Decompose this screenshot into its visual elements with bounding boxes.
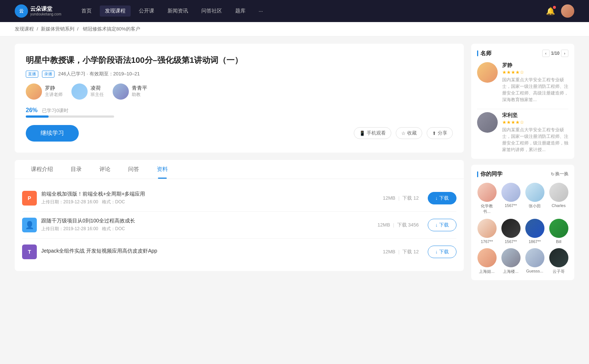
download-icon-2: ↓ xyxy=(435,249,438,254)
classmates-grid: 化学教书... 1567** 张小田 xyxy=(477,183,568,274)
te-avatar-0 xyxy=(477,62,498,83)
teacher-info-0: 罗静 主讲老师 xyxy=(45,85,63,98)
download-button-0[interactable]: ↓ 下载 xyxy=(428,192,457,204)
nav-item-home[interactable]: 首页 xyxy=(76,6,97,17)
star-icon: ☆ xyxy=(401,131,406,136)
cm-avatar-0[interactable] xyxy=(477,183,497,202)
teachers-panel: 名师 ‹ 1/10 › 罗静 ★★★★☆ 国内某重点大学安全工程专业硕士，国家一… xyxy=(471,44,574,159)
progress-sub: 已学习0课时 xyxy=(42,108,68,113)
cm-avatar-10[interactable] xyxy=(525,248,544,267)
refresh-button[interactable]: ↻ 换一换 xyxy=(551,171,568,177)
pagination-prev[interactable]: ‹ xyxy=(542,50,550,57)
file-size-0: 12MB xyxy=(383,195,395,201)
nav-item-discover[interactable]: 发现课程 xyxy=(100,6,131,17)
file-icon-1: 👤 xyxy=(22,218,37,232)
download-label-0: 下载 xyxy=(439,195,449,201)
tab-review[interactable]: 评论 xyxy=(91,160,119,179)
cm-name-7: Bill xyxy=(556,239,561,244)
nav-item-qa[interactable]: 问答社区 xyxy=(196,6,227,17)
phone-watch-button[interactable]: 📱 手机观看 xyxy=(354,127,391,139)
tab-intro[interactable]: 课程介绍 xyxy=(22,160,62,179)
cm-avatar-4[interactable] xyxy=(477,219,497,238)
tab-catalog[interactable]: 目录 xyxy=(62,160,91,179)
cm-avatar-5[interactable] xyxy=(501,219,521,238)
file-icon-2: T xyxy=(22,245,37,259)
teacher-role-0: 主讲老师 xyxy=(45,92,63,98)
nav-items: 首页 发现课程 公开课 新闻资讯 问答社区 题库 ··· xyxy=(76,6,546,17)
file-downloads-1: 下载 3456 xyxy=(397,222,419,228)
main-layout: 明星中教授课，小学阶段语法100分–强化级第1讲动词（一） 直播 录播 246人… xyxy=(0,36,589,293)
cm-name-0: 化学教书... xyxy=(477,203,497,214)
progress-section: 26% 已学习0课时 xyxy=(26,107,453,118)
breadcrumb-current: 销冠修炼术搞定80%的客户 xyxy=(83,26,140,32)
course-meta: 直播 录播 246人已学习 · 有效期至：2019–10–21 xyxy=(26,71,453,78)
teacher-name-0: 罗静 xyxy=(45,85,63,92)
course-actions: 继续学习 📱 手机观看 ☆ 收藏 ⬆ 分享 xyxy=(26,125,453,142)
breadcrumb-series[interactable]: 新媒体营销系列 xyxy=(41,26,74,32)
teacher-info-1: 凌荷 班主任 xyxy=(91,85,104,98)
share-label: 分享 xyxy=(438,130,447,136)
classmate-item-4: 1767** xyxy=(477,219,497,244)
refresh-icon: ↻ xyxy=(551,172,554,177)
tabs-card: 课程介绍 目录 评论 问答 资料 P 前端全栈加强版！前端全栈+全周期+多端应用… xyxy=(15,160,464,271)
teacher-info-2: 青青平 助教 xyxy=(132,85,147,98)
cm-avatar-3[interactable] xyxy=(549,183,568,202)
bell-icon[interactable]: 🔔 xyxy=(546,7,555,15)
nav-item-more[interactable]: ··· xyxy=(254,6,268,16)
nav-item-quiz[interactable]: 题库 xyxy=(230,6,251,17)
nav-item-news[interactable]: 新闻资讯 xyxy=(162,6,193,17)
continue-button[interactable]: 继续学习 xyxy=(26,125,79,142)
classmates-title: 你的同学 xyxy=(480,171,502,178)
teachers-panel-header: 名师 ‹ 1/10 › xyxy=(477,50,568,57)
file-name-1: 跟随千万级项目从0到100全过程高效成长 xyxy=(41,218,369,224)
cm-avatar-11[interactable] xyxy=(549,248,568,267)
te-name-0: 罗静 xyxy=(502,62,568,69)
cm-avatar-7[interactable] xyxy=(549,219,568,238)
teacher-item-2: 青青平 助教 xyxy=(113,83,147,100)
classmate-item-2: 张小田 xyxy=(525,183,544,214)
download-button-1[interactable]: ↓ 下载 xyxy=(428,219,457,231)
te-avatar-1 xyxy=(477,112,498,133)
file-item-1: 👤 跟随千万级项目从0到100全过程高效成长 上传日期：2019-12-28 1… xyxy=(22,212,456,239)
cm-avatar-2[interactable] xyxy=(525,183,544,202)
cm-name-2: 张小田 xyxy=(529,203,541,209)
download-icon-1: ↓ xyxy=(435,222,438,228)
cm-avatar-1[interactable] xyxy=(501,183,521,202)
cm-avatar-9[interactable] xyxy=(501,248,521,267)
te-desc-1: 国内某重点大学安全工程专业硕士，国家一级注册消防工程师、注册安全工程师，级注册建… xyxy=(502,126,568,153)
pagination-current: 1/10 xyxy=(551,51,560,56)
download-label-1: 下载 xyxy=(439,222,449,228)
right-column: 名师 ‹ 1/10 › 罗静 ★★★★☆ 国内某重点大学安全工程专业硕士，国家一… xyxy=(471,44,574,286)
file-size-1: 12MB xyxy=(378,222,390,228)
left-column: 明星中教授课，小学阶段语法100分–强化级第1讲动词（一） 直播 录播 246人… xyxy=(15,44,464,286)
cm-name-11: 云子哥 xyxy=(553,269,565,274)
teacher-entry-0: 罗静 ★★★★☆ 国内某重点大学安全工程专业硕士，国家一级注册消防工程师、注册安… xyxy=(477,62,568,103)
cm-avatar-6[interactable] xyxy=(525,219,544,238)
classmates-header: 你的同学 ↻ 换一换 xyxy=(477,171,568,178)
nav-item-open[interactable]: 公开课 xyxy=(134,6,159,17)
tab-qa[interactable]: 问答 xyxy=(119,160,148,179)
course-title: 明星中教授课，小学阶段语法100分–强化级第1讲动词（一） xyxy=(26,55,453,66)
logo[interactable]: 云 云朵课堂 yundouketang.com xyxy=(15,4,61,18)
breadcrumb-discover[interactable]: 发现课程 xyxy=(15,26,34,32)
tab-materials[interactable]: 资料 xyxy=(148,160,177,179)
file-name-0: 前端全栈加强版！前端全栈+全周期+多端应用 xyxy=(41,191,374,197)
badge-rec: 录播 xyxy=(42,71,54,78)
file-name-2: Jetpack全组件实战 开发短视频应用高仿皮皮虾App xyxy=(41,248,374,254)
refresh-label: 换一换 xyxy=(555,171,568,177)
classmate-item-6: 1867** xyxy=(525,219,544,244)
cm-avatar-8[interactable] xyxy=(477,248,497,267)
user-avatar[interactable] xyxy=(561,4,574,18)
file-stats-2: 12MB | 下载 12 xyxy=(383,249,419,255)
progress-bar-fill xyxy=(26,115,49,118)
progress-bar-bg xyxy=(26,115,114,118)
collect-label: 收藏 xyxy=(407,130,417,136)
collect-button[interactable]: ☆ 收藏 xyxy=(396,127,422,139)
share-button[interactable]: ⬆ 分享 xyxy=(427,127,453,139)
classmate-item-8: 上海姐... xyxy=(477,248,497,274)
download-button-2[interactable]: ↓ 下载 xyxy=(428,246,457,258)
cm-name-5: 1567** xyxy=(505,239,517,244)
pagination-next[interactable]: › xyxy=(561,50,568,57)
cm-name-9: 上海楼... xyxy=(503,269,518,274)
teacher-name-2: 青青平 xyxy=(132,85,147,92)
